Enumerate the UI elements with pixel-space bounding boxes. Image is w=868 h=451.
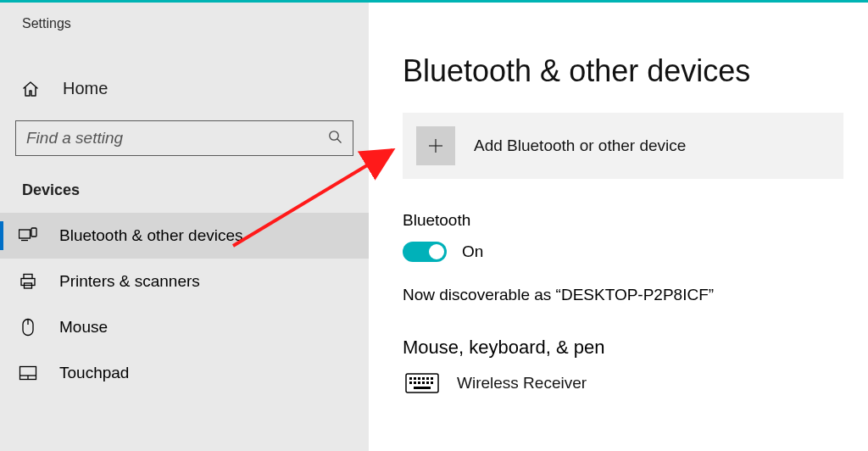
home-icon <box>22 81 39 97</box>
nav-home-label: Home <box>63 79 108 98</box>
discoverable-text: Now discoverable as “DESKTOP-P2P8ICF” <box>403 286 834 304</box>
sidebar-item-label: Bluetooth & other devices <box>59 226 243 245</box>
svg-rect-25 <box>431 377 433 380</box>
svg-rect-23 <box>422 377 425 380</box>
svg-rect-10 <box>21 279 35 286</box>
app-title: Settings <box>0 3 369 31</box>
search-input[interactable] <box>26 129 328 148</box>
printer-icon <box>19 272 37 291</box>
device-item[interactable]: Wireless Receiver <box>403 370 834 396</box>
bluetooth-toggle-state: On <box>462 242 483 261</box>
nav-home[interactable]: Home <box>0 64 369 114</box>
sidebar-item-bluetooth[interactable]: Bluetooth & other devices <box>0 213 369 259</box>
device-group-header: Mouse, keyboard, & pen <box>403 337 834 359</box>
svg-rect-20 <box>409 377 412 380</box>
sidebar-item-mouse[interactable]: Mouse <box>0 304 369 350</box>
svg-rect-6 <box>19 230 31 238</box>
bluetooth-toggle-row: On <box>403 242 834 262</box>
touchpad-icon <box>19 364 37 382</box>
sidebar-section-header: Devices <box>0 156 369 206</box>
add-device-label: Add Bluetooth or other device <box>474 136 686 155</box>
search-box[interactable] <box>15 120 353 156</box>
bluetooth-toggle[interactable] <box>403 242 447 262</box>
sidebar-item-label: Touchpad <box>59 364 129 382</box>
device-name: Wireless Receiver <box>457 374 587 393</box>
svg-rect-28 <box>418 381 420 384</box>
page-title: Bluetooth & other devices <box>403 53 834 89</box>
svg-point-4 <box>330 131 338 139</box>
sidebar-item-printers[interactable]: Printers & scanners <box>0 259 369 304</box>
search-icon <box>328 130 342 148</box>
add-device-button[interactable]: Add Bluetooth or other device <box>403 113 843 179</box>
sidebar: Settings Home Devices Bluetooth & other … <box>0 3 369 451</box>
svg-rect-27 <box>414 381 416 384</box>
svg-line-5 <box>337 139 342 143</box>
svg-rect-32 <box>414 387 431 389</box>
sidebar-item-label: Mouse <box>59 318 108 337</box>
svg-rect-29 <box>422 381 425 384</box>
svg-rect-30 <box>426 381 429 384</box>
keyboard-icon <box>403 370 442 396</box>
sidebar-item-label: Printers & scanners <box>59 272 200 291</box>
mouse-icon <box>19 318 37 337</box>
sidebar-item-touchpad[interactable]: Touchpad <box>0 350 369 396</box>
svg-rect-22 <box>418 377 420 380</box>
svg-rect-8 <box>31 228 36 237</box>
svg-rect-9 <box>24 275 32 279</box>
svg-rect-26 <box>409 381 412 384</box>
devices-icon <box>19 226 37 245</box>
plus-icon <box>416 126 455 165</box>
svg-rect-24 <box>426 377 429 380</box>
svg-rect-31 <box>431 381 433 384</box>
content-pane: Bluetooth & other devices Add Bluetooth … <box>369 3 868 451</box>
svg-rect-21 <box>414 377 416 380</box>
bluetooth-header: Bluetooth <box>403 211 834 230</box>
sidebar-nav: Bluetooth & other devices Printers & sca… <box>0 213 369 396</box>
